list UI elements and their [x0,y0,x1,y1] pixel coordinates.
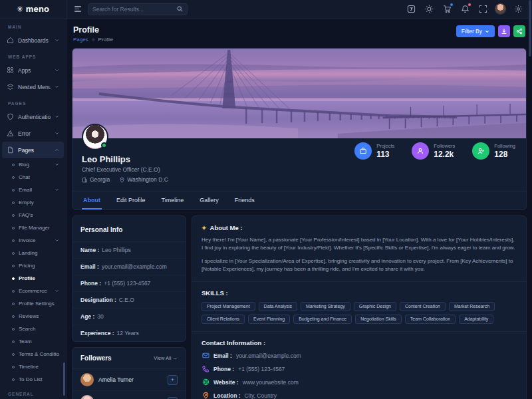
cart-icon[interactable] [441,3,453,15]
sidebar-item-terms[interactable]: Terms & Conditions [0,348,66,360]
info-row-email: Email :your.email@example.com [72,259,186,275]
bullet-icon [12,277,15,280]
chevron-down-icon [55,38,59,43]
shield-icon [7,113,14,120]
follower-row: Amelia Turner + [72,369,186,391]
tab-edit-profile[interactable]: Edit Profile [115,192,147,209]
user-check-icon [472,142,489,160]
sidebar-item-faqs[interactable]: FAQ's [0,209,66,221]
skill-chip[interactable]: Client Relations [201,315,245,324]
fullscreen-icon[interactable] [477,3,489,15]
sidebar-item-timeline[interactable]: Timeline [0,360,66,373]
main-scrollbar-thumb[interactable] [529,0,531,57]
skill-chip[interactable]: Team Collaboration [405,315,456,324]
bullet-icon [12,164,15,166]
skill-chip[interactable]: Budgeting and Finance [293,315,352,324]
alert-triangle-icon [7,130,14,137]
section-label-webapps: WEB APPS [0,49,66,62]
skill-chip[interactable]: Market Research [449,302,495,311]
sidebar-item-invoice[interactable]: Invoice [0,234,66,247]
sidebar-item-error[interactable]: Error [0,125,66,142]
bullet-icon [12,303,15,305]
contact-email: Email : your.email@example.com [201,352,517,360]
sidebar-scrollbar-thumb[interactable] [63,362,65,396]
online-status-dot [101,142,107,148]
sidebar-item-ecommerce[interactable]: Ecommerce [0,285,66,297]
about-paragraph: Hey there! I'm [Your Name], a passionate… [201,236,517,253]
bullet-icon [12,252,15,255]
sidebar-item-email[interactable]: Email [0,184,66,196]
home-icon [7,37,14,44]
tab-about[interactable]: About [82,192,102,209]
skill-chip[interactable]: Negotiation Skills [355,315,402,324]
skill-chip[interactable]: Graphic Design [354,302,396,311]
sidebar-item-empty[interactable]: Empty [0,196,66,209]
sidebar-item-pages[interactable]: Pages [2,142,64,158]
tab-timeline[interactable]: Timeline [160,192,186,209]
page-header: Profile Pages » Profile Filter By [66,19,532,48]
sidebar-item-pricing[interactable]: Pricing [0,259,66,272]
search-input[interactable] [92,6,177,13]
share-button[interactable] [513,25,525,37]
download-button[interactable] [498,25,510,37]
header-search [88,3,188,15]
breadcrumb-pages[interactable]: Pages [73,37,88,43]
map-pin-icon [201,392,209,399]
skill-chip[interactable]: Adaptability [459,315,493,324]
skill-chip[interactable]: Content Creation [400,302,446,311]
sidebar-item-reviews[interactable]: Reviews [0,310,66,323]
cart-badge [450,3,454,7]
sidebar-item-landing[interactable]: Landing [0,247,66,259]
sidebar: MAIN Dashboards WEB APPS Apps Nested Men… [0,19,66,399]
sidebar-item-dashboards[interactable]: Dashboards [0,32,66,49]
user-avatar[interactable] [495,3,506,15]
skill-chip[interactable]: Event Planning [248,315,290,324]
profile-stats: Projects 113 Followers 12.2k [354,142,515,160]
section-label-general: GENERAL [0,386,66,399]
search-icon[interactable] [177,6,183,12]
settings-gear-icon[interactable] [512,3,524,15]
brand-logo[interactable]: ✳ meno [0,0,66,19]
sidebar-item-chat[interactable]: Chat [0,171,66,184]
divider [192,331,526,332]
avatar [80,373,94,386]
bullet-icon [12,290,15,293]
breadcrumb-current: Profile [98,37,114,43]
chevron-down-icon [485,29,489,34]
sidebar-item-search[interactable]: Search [0,323,66,335]
sidebar-item-apps[interactable]: Apps [0,62,66,78]
info-row-name: Name :Leo Phillips [72,242,186,259]
filter-by-button[interactable]: Filter By [456,25,495,37]
skill-chip[interactable]: Project Management [201,302,255,311]
phone-icon [201,365,209,373]
skills-title: SKILLS : [201,289,517,297]
tab-gallery[interactable]: Gallery [198,192,220,209]
sidebar-item-file-manager[interactable]: File Manager [0,221,66,234]
tab-friends[interactable]: Friends [233,192,256,209]
stat-followers: Followers 12.2k [412,142,455,160]
notifications-bell-icon[interactable] [459,3,471,15]
sidebar-item-team[interactable]: Team [0,335,66,348]
sidebar-item-authentication[interactable]: Authentication [0,108,66,125]
info-row-age: Age :30 [72,309,186,325]
sidebar-item-profile-settings[interactable]: Profile Settings [0,297,66,310]
sidebar-toggle-icon[interactable] [74,6,81,12]
theme-sun-icon[interactable] [423,3,435,15]
briefcase-icon [354,142,372,160]
sidebar-item-nested-menu[interactable]: Nested Menu [0,78,66,95]
sidebar-item-todo[interactable]: To Do List [0,373,66,386]
sidebar-item-blog[interactable]: Blog [0,158,66,171]
profile-info: Leo Phillips Chief Executive Officer (C.… [72,138,526,183]
add-follower-button[interactable]: + [168,375,178,385]
profile-avatar[interactable] [82,124,108,150]
language-icon[interactable] [405,3,417,15]
sidebar-item-profile[interactable]: Profile [0,272,66,285]
globe-icon [201,378,209,386]
contact-location: Location : City, Country [201,392,517,399]
view-all-link[interactable]: View All → [154,355,178,361]
add-follower-button[interactable]: + [168,397,178,399]
skill-chip[interactable]: Marketing Strategy [301,302,350,311]
skill-chip[interactable]: Data Analysis [259,302,297,311]
bullet-icon [12,353,15,356]
chevron-down-icon [55,68,59,72]
